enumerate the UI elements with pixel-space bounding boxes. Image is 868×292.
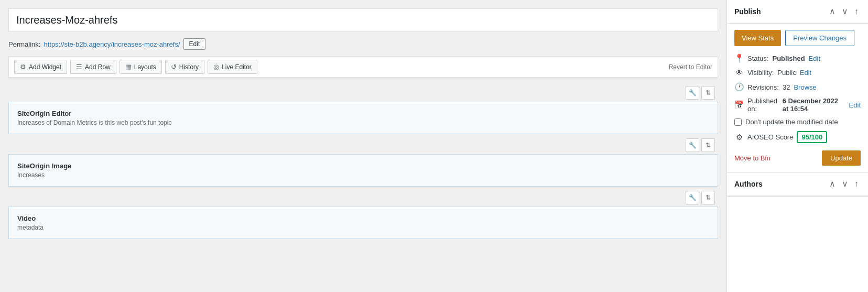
visibility-label: Visibility:	[747, 69, 774, 77]
eye-icon: 👁	[734, 68, 744, 77]
visibility-value: Public	[777, 69, 796, 77]
status-value: Published	[772, 55, 805, 62]
permalink-url[interactable]: https://ste-b2b.agency/increases-moz-ahr…	[44, 40, 180, 48]
widget-row-1: 🔧 ⇅ SiteOrigin Editor Increases of Domai…	[8, 84, 718, 136]
revisions-row: 🕐 Revisions: 32 Browse	[734, 82, 861, 92]
publish-actions: Move to Bin Update	[734, 150, 861, 166]
update-button[interactable]: Update	[822, 150, 861, 166]
widget-desc-3: metadata	[17, 224, 709, 231]
authors-panel-collapse-down[interactable]: ∨	[840, 179, 850, 189]
visibility-edit-link[interactable]: Edit	[800, 69, 811, 77]
authors-panel-collapse-up[interactable]: ∧	[827, 179, 838, 189]
view-stats-button[interactable]: View Stats	[734, 30, 781, 46]
widget-title-1: SiteOrigin Editor	[17, 110, 709, 117]
widget-toolbar-2: 🔧 ⇅	[8, 136, 718, 154]
status-edit-link[interactable]: Edit	[809, 55, 820, 62]
wrench-icon-1: 🔧	[689, 89, 697, 96]
visibility-row: 👁 Visibility: Public Edit	[734, 68, 861, 77]
live-editor-button[interactable]: ◎ Live Editor	[208, 60, 257, 74]
published-date: 6 December 2022 at 16:54	[783, 97, 845, 113]
add-widget-button[interactable]: ⚙ Add Widget	[14, 60, 67, 74]
published-on-row: 📅 Published on: 6 December 2022 at 16:54…	[734, 97, 861, 113]
publish-panel-body: View Stats Preview Changes 📍 Status: Pub…	[727, 24, 868, 172]
widget-move-button-2[interactable]: ⇅	[701, 138, 715, 152]
grid-icon: ▦	[125, 63, 132, 71]
revisions-label: Revisions:	[747, 83, 779, 91]
history-button[interactable]: ↺ History	[165, 60, 204, 74]
widget-row-3: 🔧 ⇅ Video metadata	[8, 189, 718, 241]
widget-move-button-3[interactable]: ⇅	[701, 191, 715, 204]
widget-desc-2: Increases	[17, 171, 709, 179]
status-row: 📍 Status: Published Edit	[734, 53, 861, 63]
add-row-button[interactable]: ☰ Add Row	[70, 60, 116, 74]
widget-edit-button-3[interactable]: 🔧	[686, 191, 699, 204]
publish-panel-collapse-down[interactable]: ∨	[840, 6, 850, 17]
layouts-button[interactable]: ▦ Layouts	[120, 60, 162, 74]
live-editor-icon: ◎	[213, 63, 219, 71]
publish-panel-arrow-up[interactable]: ↑	[852, 6, 861, 17]
authors-panel-header: Authors ∧ ∨ ↑	[727, 172, 868, 196]
permalink-label: Permalink:	[8, 40, 40, 48]
clock-icon: 🕐	[734, 82, 744, 92]
gear-icon: ⚙	[20, 63, 26, 71]
widget-move-button-1[interactable]: ⇅	[701, 86, 715, 100]
move-to-bin-button[interactable]: Move to Bin	[734, 154, 771, 162]
revert-to-editor-link[interactable]: Revert to Editor	[669, 63, 712, 71]
aioseo-row: ⚙ AIOSEO Score 95/100	[734, 131, 861, 143]
widget-desc-1: Increases of Domain Metrics is this web …	[17, 119, 709, 126]
no-update-date-checkbox[interactable]	[734, 118, 742, 126]
publish-panel-header: Publish ∧ ∨ ↑	[727, 0, 868, 24]
widget-edit-button-2[interactable]: 🔧	[686, 138, 699, 152]
calendar-icon: 📅	[734, 100, 744, 110]
widget-title-3: Video	[17, 214, 709, 222]
authors-panel-arrow-up[interactable]: ↑	[852, 179, 861, 189]
arrows-icon-1: ⇅	[706, 89, 711, 96]
publish-top-buttons: View Stats Preview Changes	[734, 30, 861, 46]
history-icon: ↺	[171, 63, 177, 71]
authors-panel-controls: ∧ ∨ ↑	[827, 179, 861, 189]
toolbar-left: ⚙ Add Widget ☰ Add Row ▦ Layouts ↺ Histo…	[14, 60, 257, 74]
editor-toolbar: ⚙ Add Widget ☰ Add Row ▦ Layouts ↺ Histo…	[8, 56, 718, 78]
no-update-date-label: Don't update the modified date	[745, 118, 838, 126]
rows-icon: ☰	[76, 63, 82, 71]
aioseo-icon: ⚙	[734, 133, 744, 142]
publish-panel-title: Publish	[734, 7, 761, 16]
aioseo-label: AIOSEO Score	[747, 133, 793, 141]
main-content: Permalink: https://ste-b2b.agency/increa…	[0, 0, 726, 292]
pin-icon: 📍	[734, 53, 744, 63]
aioseo-score-badge: 95/100	[797, 131, 827, 143]
page-title-input[interactable]	[8, 8, 718, 32]
no-update-date-row: Don't update the modified date	[734, 118, 861, 126]
widget-toolbar-3: 🔧 ⇅	[8, 189, 718, 207]
wrench-icon-3: 🔧	[689, 194, 697, 201]
widget-toolbar-1: 🔧 ⇅	[8, 84, 718, 102]
widget-edit-button-1[interactable]: 🔧	[686, 86, 699, 100]
wrench-icon-2: 🔧	[689, 142, 697, 149]
arrows-icon-2: ⇅	[706, 142, 711, 149]
revisions-value: 32	[783, 83, 790, 91]
status-label: Status:	[747, 55, 768, 62]
preview-changes-button[interactable]: Preview Changes	[785, 30, 854, 46]
authors-panel-title: Authors	[734, 180, 763, 188]
sidebar: Publish ∧ ∨ ↑ View Stats Preview Changes…	[726, 0, 868, 292]
widget-block-1: SiteOrigin Editor Increases of Domain Me…	[8, 102, 718, 134]
revisions-browse-link[interactable]: Browse	[794, 83, 816, 91]
widget-area: 🔧 ⇅ SiteOrigin Editor Increases of Domai…	[8, 84, 718, 241]
widget-title-2: SiteOrigin Image	[17, 162, 709, 170]
widget-block-2: SiteOrigin Image Increases	[8, 154, 718, 187]
permalink-bar: Permalink: https://ste-b2b.agency/increa…	[8, 38, 718, 50]
permalink-edit-button[interactable]: Edit	[183, 38, 206, 50]
widget-block-3: Video metadata	[8, 207, 718, 239]
publish-panel-collapse-up[interactable]: ∧	[827, 6, 838, 17]
arrows-icon-3: ⇅	[706, 194, 711, 201]
publish-panel-controls: ∧ ∨ ↑	[827, 6, 861, 17]
published-label: Published on:	[747, 97, 779, 113]
widget-row-2: 🔧 ⇅ SiteOrigin Image Increases	[8, 136, 718, 189]
published-edit-link[interactable]: Edit	[849, 101, 861, 109]
authors-panel: Authors ∧ ∨ ↑	[727, 172, 868, 197]
publish-panel: Publish ∧ ∨ ↑ View Stats Preview Changes…	[727, 0, 868, 172]
